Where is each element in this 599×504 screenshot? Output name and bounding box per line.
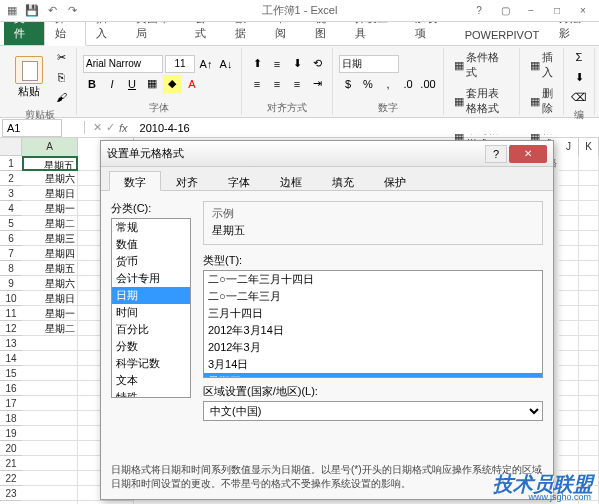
cell[interactable] xyxy=(559,336,579,351)
row-header[interactable]: 12 xyxy=(0,321,22,336)
cell[interactable] xyxy=(559,216,579,231)
row-header[interactable]: 8 xyxy=(0,261,22,276)
category-item[interactable]: 特殊 xyxy=(112,389,190,398)
cancel-formula-icon[interactable]: ✕ xyxy=(93,121,102,134)
cell[interactable] xyxy=(579,381,599,396)
cell[interactable] xyxy=(22,486,78,501)
copy-icon[interactable]: ⎘ xyxy=(52,68,70,86)
cell[interactable] xyxy=(579,186,599,201)
cell[interactable]: 星期五 xyxy=(22,156,78,171)
currency-icon[interactable]: $ xyxy=(339,75,357,93)
cell[interactable] xyxy=(559,261,579,276)
locale-select[interactable]: 中文(中国) xyxy=(203,401,543,421)
cell[interactable] xyxy=(579,231,599,246)
cell[interactable] xyxy=(559,201,579,216)
row-header[interactable]: 14 xyxy=(0,351,22,366)
number-format-select[interactable] xyxy=(339,55,399,73)
cell[interactable]: 星期三 xyxy=(22,231,78,246)
cell[interactable] xyxy=(579,276,599,291)
comma-icon[interactable]: , xyxy=(379,75,397,93)
cell[interactable]: 星期日 xyxy=(22,291,78,306)
category-item[interactable]: 分数 xyxy=(112,338,190,355)
cell[interactable]: 星期五 xyxy=(22,261,78,276)
cell[interactable] xyxy=(579,201,599,216)
cell[interactable] xyxy=(579,411,599,426)
align-middle-icon[interactable]: ≡ xyxy=(268,55,286,73)
cell[interactable] xyxy=(559,291,579,306)
border-button[interactable]: ▦ xyxy=(143,75,161,93)
dialog-tab-border[interactable]: 边框 xyxy=(265,171,317,190)
delete-cells-button[interactable]: ▦删除 xyxy=(526,84,557,118)
autosum-icon[interactable]: Σ xyxy=(570,48,588,66)
row-header[interactable]: 3 xyxy=(0,186,22,201)
cell[interactable] xyxy=(559,441,579,456)
row-header[interactable]: 20 xyxy=(0,441,22,456)
cell[interactable] xyxy=(559,351,579,366)
row-header[interactable]: 2 xyxy=(0,171,22,186)
cell[interactable]: 星期一 xyxy=(22,201,78,216)
cell[interactable]: 星期六 xyxy=(22,171,78,186)
dialog-tab-number[interactable]: 数字 xyxy=(109,171,161,191)
cell[interactable] xyxy=(579,306,599,321)
cell[interactable] xyxy=(559,186,579,201)
indent-icon[interactable]: ⇥ xyxy=(308,75,326,93)
cell[interactable] xyxy=(559,156,579,171)
type-list[interactable]: 二○一二年三月十四日二○一二年三月三月十四日2012年3月14日2012年3月3… xyxy=(203,270,543,378)
cell[interactable] xyxy=(579,426,599,441)
minimize-icon[interactable]: − xyxy=(519,2,543,18)
cell[interactable]: 星期四 xyxy=(22,246,78,261)
increase-decimal-icon[interactable]: .0 xyxy=(399,75,417,93)
align-top-icon[interactable]: ⬆ xyxy=(248,55,266,73)
cell[interactable] xyxy=(22,456,78,471)
category-item[interactable]: 货币 xyxy=(112,253,190,270)
font-color-button[interactable]: A xyxy=(183,75,201,93)
dialog-tab-font[interactable]: 字体 xyxy=(213,171,265,190)
dialog-titlebar[interactable]: 设置单元格格式 ? ✕ xyxy=(101,141,553,167)
col-header-j[interactable]: J xyxy=(559,138,579,156)
cell[interactable] xyxy=(579,441,599,456)
increase-font-icon[interactable]: A↑ xyxy=(197,55,215,73)
decrease-font-icon[interactable]: A↓ xyxy=(217,55,235,73)
row-header[interactable]: 23 xyxy=(0,486,22,501)
align-bottom-icon[interactable]: ⬇ xyxy=(288,55,306,73)
row-header[interactable]: 10 xyxy=(0,291,22,306)
row-header[interactable]: 18 xyxy=(0,411,22,426)
type-item[interactable]: 2012年3月14日 xyxy=(204,322,542,339)
category-item[interactable]: 数值 xyxy=(112,236,190,253)
cell[interactable] xyxy=(559,171,579,186)
cell[interactable] xyxy=(559,396,579,411)
row-header[interactable]: 13 xyxy=(0,336,22,351)
cell[interactable] xyxy=(559,246,579,261)
format-painter-icon[interactable]: 🖌 xyxy=(52,88,70,106)
cell[interactable]: 星期二 xyxy=(22,321,78,336)
conditional-format-button[interactable]: ▦条件格式 xyxy=(450,48,513,82)
row-header[interactable]: 22 xyxy=(0,471,22,486)
cell[interactable] xyxy=(559,321,579,336)
underline-button[interactable]: U xyxy=(123,75,141,93)
row-header[interactable]: 16 xyxy=(0,381,22,396)
row-header[interactable]: 7 xyxy=(0,246,22,261)
dialog-tab-alignment[interactable]: 对齐 xyxy=(161,171,213,190)
cell[interactable] xyxy=(22,441,78,456)
cell[interactable]: 星期六 xyxy=(22,276,78,291)
cell[interactable] xyxy=(579,246,599,261)
select-all-corner[interactable] xyxy=(0,138,22,156)
cell[interactable] xyxy=(579,261,599,276)
type-item[interactable]: 三月十四日 xyxy=(204,305,542,322)
category-item[interactable]: 会计专用 xyxy=(112,270,190,287)
italic-button[interactable]: I xyxy=(103,75,121,93)
tab-powerpivot[interactable]: POWERPIVOT xyxy=(455,25,550,45)
category-list[interactable]: 常规数值货币会计专用日期时间百分比分数科学记数文本特殊自定义 xyxy=(111,218,191,398)
cell[interactable] xyxy=(559,276,579,291)
cell[interactable]: 星期一 xyxy=(22,306,78,321)
formula-input[interactable] xyxy=(136,122,599,134)
cell[interactable] xyxy=(559,381,579,396)
row-header[interactable]: 1 xyxy=(0,156,22,171)
paste-button[interactable]: 粘贴 xyxy=(10,56,48,99)
cell[interactable] xyxy=(579,171,599,186)
help-icon[interactable]: ? xyxy=(467,2,491,18)
name-box[interactable]: A1 xyxy=(2,119,62,137)
row-header[interactable]: 19 xyxy=(0,426,22,441)
align-right-icon[interactable]: ≡ xyxy=(288,75,306,93)
cell[interactable] xyxy=(22,336,78,351)
